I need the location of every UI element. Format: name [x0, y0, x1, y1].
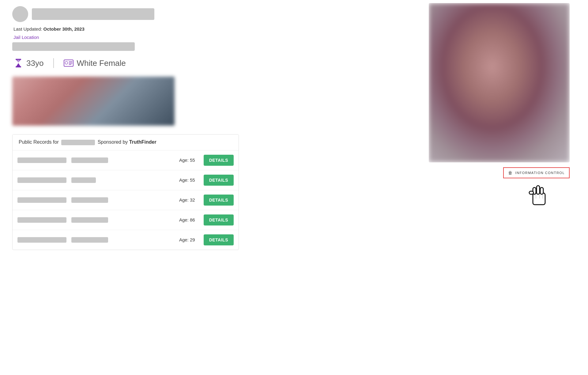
hand-cursor-icon: [527, 181, 551, 211]
name-redacted-bar: [32, 8, 154, 20]
large-mugshot: [429, 3, 570, 162]
svg-rect-13: [529, 191, 533, 194]
last-updated: Last Updated: October 30th, 2023: [12, 26, 245, 32]
record-name5-col2: [71, 237, 108, 243]
location-redacted: [12, 42, 135, 51]
trash-icon: 🗑: [508, 170, 513, 175]
record-age-4: Age: 86: [179, 217, 195, 222]
svg-rect-11: [537, 186, 540, 194]
details-button-5[interactable]: DETAILS: [204, 234, 234, 245]
record-name4-col2: [71, 217, 108, 223]
last-updated-label: Last Updated:: [13, 26, 42, 32]
details-button-2[interactable]: DETAILS: [204, 175, 234, 186]
last-updated-date: October 30th, 2023: [43, 26, 85, 32]
demographics-text: White Female: [77, 59, 126, 68]
record-name5-col1: [17, 237, 66, 243]
age-text: 33yo: [26, 59, 43, 68]
cursor-area: [429, 181, 570, 205]
record-age-3: Age: 32: [179, 197, 195, 203]
record-age-5: Age: 29: [179, 237, 195, 242]
records-header: Public Records for Sponsored by TruthFin…: [13, 134, 239, 150]
record-name2-col1: [17, 177, 66, 183]
record-row-1: Age: 55 DETAILS: [13, 150, 239, 170]
truthfinder-label: TruthFinder: [129, 139, 156, 145]
right-panel: 🗑 INFORMATION CONTROL: [429, 3, 570, 205]
pointer-cursor-svg: [527, 181, 551, 208]
svg-point-5: [65, 62, 68, 64]
details-button-1[interactable]: DETAILS: [204, 155, 234, 166]
record-name1-col2: [71, 157, 108, 163]
record-name2-col2: [71, 177, 96, 183]
record-row-2: Age: 55 DETAILS: [13, 170, 239, 190]
svg-rect-9: [533, 193, 545, 205]
public-records-box: Public Records for Sponsored by TruthFin…: [12, 134, 239, 250]
mugshot-image: [12, 77, 175, 126]
jail-location-link[interactable]: Jail Location: [12, 35, 245, 40]
info-row: 33yo White Female: [12, 58, 245, 68]
large-mugshot-inner: [429, 3, 570, 162]
id-card-icon: [64, 59, 74, 67]
record-name4-col1: [17, 217, 66, 223]
name-bar: [12, 6, 245, 22]
svg-rect-12: [540, 188, 543, 194]
records-header-prefix: Public Records for: [19, 139, 59, 145]
record-age-1: Age: 55: [179, 157, 195, 163]
left-panel: Last Updated: October 30th, 2023 Jail Lo…: [12, 6, 245, 250]
details-button-3[interactable]: DETAILS: [204, 195, 234, 206]
details-button-4[interactable]: DETAILS: [204, 214, 234, 225]
avatar-circle: [12, 6, 28, 22]
record-name3-col1: [17, 197, 66, 203]
hourglass-icon: [13, 58, 23, 68]
info-control-area: 🗑 INFORMATION CONTROL: [429, 167, 570, 205]
record-row-5: Age: 29 DETAILS: [13, 230, 239, 250]
record-age-2: Age: 55: [179, 177, 195, 183]
information-control-button[interactable]: 🗑 INFORMATION CONTROL: [503, 167, 570, 178]
information-control-label: INFORMATION CONTROL: [515, 171, 565, 175]
demographics-item: White Female: [64, 59, 135, 68]
record-name3-col2: [71, 197, 108, 203]
age-item: 33yo: [13, 58, 54, 68]
record-name1-col1: [17, 157, 66, 163]
record-row-3: Age: 32 DETAILS: [13, 190, 239, 210]
records-header-by: Sponsored by: [98, 139, 129, 145]
records-name-redacted: [61, 140, 95, 145]
record-row-4: Age: 86 DETAILS: [13, 210, 239, 230]
